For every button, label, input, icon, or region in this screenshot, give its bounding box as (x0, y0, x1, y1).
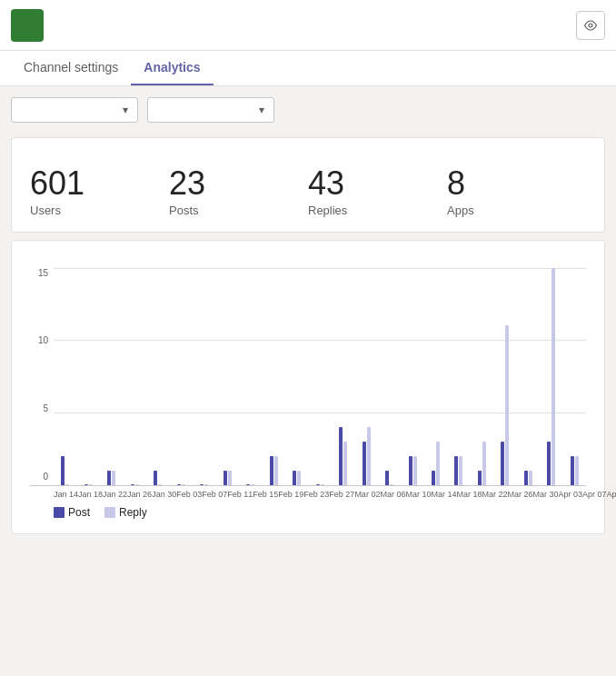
bar-post-6 (200, 484, 204, 485)
bar-group-10 (285, 268, 308, 485)
bar-reply-19 (505, 325, 509, 484)
y-label-0: 0 (30, 472, 50, 482)
bar-reply-9 (274, 456, 278, 485)
bar-post-17 (454, 456, 458, 485)
bar-group-1 (76, 268, 99, 485)
chart-area: 0 5 10 15 (30, 268, 586, 486)
bar-group-9 (262, 268, 284, 485)
x-label-14: Mar 10 (405, 490, 431, 499)
bar-post-10 (293, 471, 296, 485)
bar-group-13 (354, 268, 377, 485)
x-label-6: Feb 07 (202, 490, 227, 499)
bar-group-17 (447, 268, 470, 485)
bar-group-4 (146, 268, 169, 485)
bar-post-14 (385, 471, 389, 485)
y-label-15: 15 (30, 268, 50, 278)
stat-apps: 8 Apps (447, 165, 586, 217)
x-label-16: Mar 18 (456, 490, 482, 499)
bar-post-7 (224, 471, 227, 485)
y-label-5: 5 (30, 403, 50, 413)
bar-reply-8 (251, 484, 254, 485)
bar-post-15 (409, 456, 412, 485)
report-dropdown[interactable]: ▾ (11, 97, 138, 123)
x-label-13: Mar 06 (380, 490, 405, 499)
bar-reply-1 (89, 484, 93, 485)
y-axis: 0 5 10 15 (30, 268, 50, 485)
legend-post: Post (54, 506, 90, 519)
bar-group-14 (378, 268, 401, 485)
bar-group-21 (540, 268, 562, 485)
x-label-0: Jan 14 (54, 490, 78, 499)
bar-group-20 (517, 268, 540, 485)
bar-reply-15 (413, 456, 417, 485)
stat-replies-label: Replies (308, 204, 447, 217)
stat-posts: 23 Posts (169, 165, 308, 217)
stat-users-number: 601 (30, 165, 169, 202)
bar-post-21 (547, 442, 551, 485)
legend-reply: Reply (104, 506, 147, 519)
x-label-1: Jan 18 (78, 490, 103, 499)
team-avatar (11, 9, 44, 42)
stat-apps-number: 8 (447, 165, 586, 202)
bar-reply-2 (112, 471, 115, 485)
bar-group-11 (308, 268, 331, 485)
bar-group-22 (563, 268, 586, 485)
legend-reply-swatch (104, 507, 115, 518)
bar-post-13 (363, 442, 366, 485)
y-label-10: 10 (30, 335, 50, 345)
x-label-9: Feb 19 (278, 490, 303, 499)
bar-post-3 (131, 484, 134, 485)
bar-reply-10 (297, 471, 301, 485)
messages-chart-card: 0 5 10 15 Jan 14Jan 18Jan 22Jan 26Jan 30… (11, 240, 605, 534)
bar-reply-11 (321, 484, 324, 485)
svg-point-0 (589, 24, 592, 27)
bar-reply-14 (390, 484, 393, 485)
eye-icon[interactable] (576, 11, 605, 40)
x-label-20: Apr 03 (559, 490, 583, 499)
bar-reply-21 (551, 268, 555, 485)
legend-post-label: Post (68, 506, 90, 519)
bar-post-16 (432, 471, 435, 485)
x-label-11: Feb 27 (329, 490, 354, 499)
bar-group-5 (169, 268, 192, 485)
period-dropdown[interactable]: ▾ (147, 97, 274, 123)
bar-reply-0 (65, 484, 69, 485)
stat-replies-number: 43 (308, 165, 447, 202)
period-dropdown-chevron: ▾ (259, 104, 264, 116)
stat-users: 601 Users (30, 165, 169, 217)
x-label-18: Mar 26 (507, 490, 532, 499)
x-label-2: Jan 22 (103, 490, 127, 499)
bar-reply-18 (482, 442, 486, 485)
tab-channel-settings[interactable]: Channel settings (11, 51, 131, 85)
bar-group-6 (193, 268, 215, 485)
chart-container: 0 5 10 15 Jan 14Jan 18Jan 22Jan 26Jan 30… (30, 268, 586, 519)
stat-users-label: Users (30, 204, 169, 217)
bar-group-3 (123, 268, 145, 485)
tab-analytics[interactable]: Analytics (131, 51, 213, 85)
bar-post-22 (571, 456, 574, 485)
bars-row (54, 268, 586, 485)
report-dropdown-chevron: ▾ (123, 104, 128, 116)
bar-group-18 (471, 268, 493, 485)
stat-replies: 43 Replies (308, 165, 447, 217)
bar-group-12 (332, 268, 354, 485)
bar-post-2 (107, 471, 111, 485)
bar-post-0 (61, 456, 65, 485)
x-label-15: Mar 14 (431, 490, 456, 499)
x-label-7: Feb 11 (227, 490, 253, 499)
summary-stats: 601 Users 23 Posts 43 Replies 8 Apps (30, 165, 586, 217)
x-label-5: Feb 03 (176, 490, 202, 499)
bar-post-5 (177, 484, 181, 485)
bar-group-15 (401, 268, 423, 485)
bar-post-20 (524, 471, 528, 485)
x-axis: Jan 14Jan 18Jan 22Jan 26Jan 30Feb 03Feb … (54, 490, 586, 499)
bar-reply-7 (228, 471, 232, 485)
bar-reply-17 (459, 456, 462, 485)
bar-group-7 (215, 268, 238, 485)
bar-group-19 (493, 268, 516, 485)
bar-post-11 (316, 484, 320, 485)
bar-reply-5 (182, 484, 185, 485)
bar-reply-6 (204, 484, 208, 485)
x-label-3: Jan 26 (127, 490, 152, 499)
bar-post-19 (501, 442, 504, 485)
